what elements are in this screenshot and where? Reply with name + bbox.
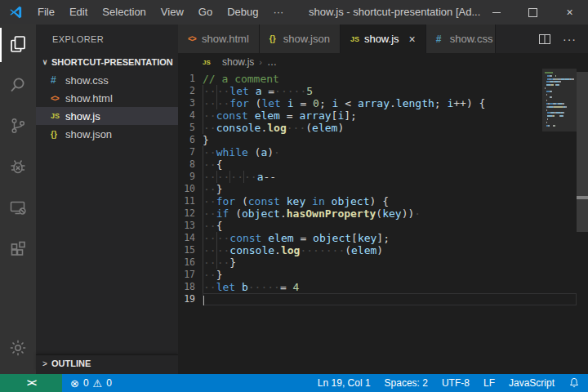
code-line-2: 2····let a =·····5 xyxy=(178,85,588,97)
js-file-icon: JS xyxy=(51,112,65,120)
activity-item-remote[interactable] xyxy=(0,188,36,229)
breadcrumb-more[interactable]: … xyxy=(267,56,277,68)
remote-indicator-icon[interactable]: >< xyxy=(0,374,62,392)
source-control-icon xyxy=(8,116,28,138)
line-text: ··let b·····= 4 xyxy=(203,281,577,293)
code-line-9: 9········a-- xyxy=(178,171,588,183)
outline-section-header[interactable]: > OUTLINE xyxy=(36,354,178,372)
code-line-7: 7··while (a)· xyxy=(178,146,588,158)
title-bar: FileEditSelectionViewGoDebug··· show.js … xyxy=(0,0,588,24)
line-text: ··{ xyxy=(203,220,577,232)
file-item-show.json[interactable]: {}show.json xyxy=(36,125,178,143)
code-line-8: 8··{ xyxy=(178,158,588,171)
close-icon[interactable]: × xyxy=(551,0,588,24)
activity-item-settings[interactable] xyxy=(0,328,36,369)
code-line-1: 1// a comment xyxy=(178,73,588,85)
menu-edit[interactable]: Edit xyxy=(62,0,95,24)
status-encoding[interactable]: UTF-8 xyxy=(442,377,470,389)
menu-selection[interactable]: Selection xyxy=(95,0,153,24)
html-file-icon: <> xyxy=(51,94,65,103)
line-number: 8 xyxy=(178,158,195,171)
editor-group: <>show.html{}show.jsonJSshow.js×#show.cs… xyxy=(178,24,588,374)
line-number: 12 xyxy=(178,207,195,220)
activity-item-search[interactable] xyxy=(0,65,36,106)
editor-actions: ··· xyxy=(527,24,588,53)
line-number: 10 xyxy=(178,183,195,195)
close-tab-icon[interactable]: × xyxy=(409,33,416,46)
activity-item-extensions[interactable] xyxy=(0,229,36,270)
bell-icon[interactable] xyxy=(568,377,580,389)
json-file-icon: {} xyxy=(270,34,283,43)
code-line-12: 12··if (object.hasOwnProperty(key))· xyxy=(178,207,588,220)
status-bar: >< ⊗ 0 ⚠ 0 Ln 19, Col 1Spaces: 2UTF-8LFJ… xyxy=(0,374,588,392)
tab-label: show.css xyxy=(450,33,493,45)
tab-show.html[interactable]: <>show.html xyxy=(178,24,260,53)
activity-item-explorer[interactable] xyxy=(0,24,36,65)
line-number: 9 xyxy=(178,171,195,183)
file-item-show.html[interactable]: <>show.html xyxy=(36,89,178,107)
tabs: <>show.html{}show.jsonJSshow.js×#show.cs… xyxy=(178,24,496,53)
remote-icon xyxy=(8,198,28,220)
folder-name: SHORTCUT-PRESENTATION xyxy=(51,57,173,67)
file-label: show.js xyxy=(65,110,100,122)
code-line-18: 18··let b·····= 4 xyxy=(178,281,588,293)
more-actions-icon[interactable]: ··· xyxy=(563,33,577,46)
line-number: 19 xyxy=(178,293,195,305)
status-indentation[interactable]: Spaces: 2 xyxy=(385,377,428,389)
tab-show.json[interactable]: {}show.json xyxy=(260,24,341,53)
activity-item-source-control[interactable] xyxy=(0,106,36,147)
tab-show.js[interactable]: JSshow.js× xyxy=(341,24,426,53)
minimap-content xyxy=(545,72,577,131)
line-number: 1 xyxy=(178,73,195,85)
menu-debug[interactable]: Debug xyxy=(220,0,265,24)
tab-label: show.html xyxy=(202,33,249,45)
split-editor-icon[interactable] xyxy=(538,33,551,46)
minimize-icon[interactable] xyxy=(478,0,514,24)
status-bar-right: Ln 19, Col 1Spaces: 2UTF-8LFJavaScript xyxy=(318,377,588,389)
maximize-icon[interactable] xyxy=(514,0,551,24)
status-language-mode[interactable]: JavaScript xyxy=(509,377,555,389)
chevron-down-icon: ∨ xyxy=(38,58,51,66)
line-text: ····for (let i = 0; i < array.length; i+… xyxy=(203,97,577,109)
window-controls: × xyxy=(478,0,588,24)
line-number: 13 xyxy=(178,220,195,232)
code-line-15: 15····console.log·······(elem) xyxy=(178,244,588,256)
menu-file[interactable]: File xyxy=(30,0,62,24)
vertical-scrollbar[interactable] xyxy=(577,72,588,232)
menu-view[interactable]: View xyxy=(154,0,191,24)
js-file-icon: JS xyxy=(203,59,217,66)
line-text: ····let a =·····5 xyxy=(203,85,577,97)
minimap[interactable] xyxy=(542,69,577,256)
line-text: ········a-- xyxy=(203,171,577,183)
status-eol[interactable]: LF xyxy=(483,377,495,389)
window-title: show.js - shortcut-presentation [Ad... xyxy=(309,0,480,24)
js-file-icon: JS xyxy=(350,35,364,43)
file-label: show.json xyxy=(65,128,112,140)
tab-show.css[interactable]: #show.css xyxy=(426,24,496,53)
line-number: 7 xyxy=(178,146,195,158)
breadcrumb-file[interactable]: show.js xyxy=(222,56,254,68)
activity-bar xyxy=(0,24,36,374)
file-item-show.css[interactable]: #show.css xyxy=(36,71,178,89)
line-text: ····const elem = object[key]; xyxy=(203,232,577,244)
activity-item-debug[interactable] xyxy=(0,147,36,188)
menu-more[interactable]: ··· xyxy=(265,0,291,24)
line-number: 17 xyxy=(178,269,195,281)
line-text: ····console.log·······(elem) xyxy=(203,244,577,256)
status-cursor-position[interactable]: Ln 19, Col 1 xyxy=(318,377,371,389)
file-item-show.js[interactable]: JSshow.js xyxy=(36,107,178,125)
extensions-icon xyxy=(8,238,28,261)
breadcrumb[interactable]: JS show.js › … xyxy=(178,53,588,71)
line-number: 2 xyxy=(178,85,195,97)
code-editor[interactable]: 1// a comment2····let a =·····53····for … xyxy=(178,71,588,374)
code-line-17: 17··} xyxy=(178,269,588,281)
menu-go[interactable]: Go xyxy=(191,0,220,24)
code-line-11: 11··for (const key in object) { xyxy=(178,195,588,207)
problems-status[interactable]: ⊗ 0 ⚠ 0 xyxy=(70,377,112,390)
line-number: 18 xyxy=(178,281,195,293)
search-icon xyxy=(8,75,28,97)
line-text: ··} xyxy=(203,269,577,281)
chevron-right-icon: > xyxy=(38,359,51,368)
folder-section-header[interactable]: ∨ SHORTCUT-PRESENTATION xyxy=(36,53,178,71)
code-line-4: 4··const elem = array[i]; xyxy=(178,109,588,122)
